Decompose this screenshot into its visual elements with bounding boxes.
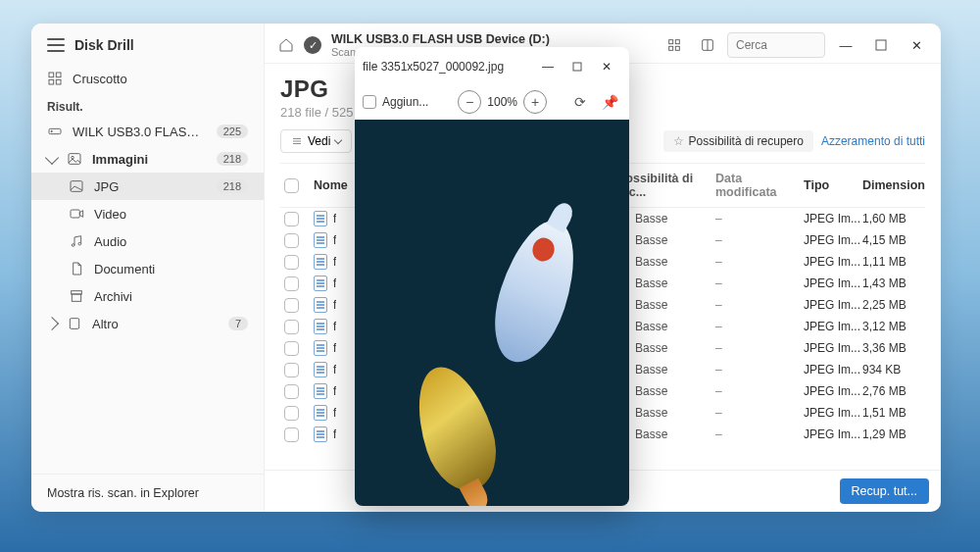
- other-icon: [67, 316, 82, 331]
- sidebar-item-device[interactable]: WILK USB3.0 FLASH USB... 225: [31, 118, 264, 145]
- audio-icon: [69, 233, 84, 249]
- row-checkbox[interactable]: [284, 255, 299, 270]
- zoom-out

-button[interactable]: −: [458, 90, 481, 114]
- list-icon: [291, 135, 303, 147]
- svg-point-5: [51, 130, 52, 131]
- svg-rect-21: [876, 40, 886, 50]
- svg-rect-6: [69, 154, 80, 165]
- file-icon: [314, 211, 327, 226]
- row-checkbox[interactable]: [284, 341, 299, 356]
- zoom-in-button[interactable]: +: [523, 90, 547, 114]
- reset-link[interactable]: Azzeramento di tutti: [821, 134, 925, 148]
- sidebar-item-documents[interactable]: Documenti: [31, 255, 264, 282]
- count-badge: 218: [217, 152, 248, 166]
- koi-fish-white: [480, 211, 589, 372]
- koi-fish-yellow: [404, 357, 509, 499]
- sidebar-item-jpg[interactable]: JPG 218: [31, 173, 264, 200]
- minimize-button[interactable]: ―: [831, 31, 860, 59]
- preview-add-label: Aggiun...: [382, 95, 452, 109]
- file-icon: [314, 427, 327, 442]
- col-date[interactable]: Data modificata: [715, 172, 804, 199]
- preview-titlebar: file 3351x5027_000092.jpg ― ✕: [355, 47, 629, 86]
- preview-toolbar: Aggiun... − 100% + ⟳ 📌: [355, 86, 629, 120]
- close-button[interactable]: ✕: [902, 31, 931, 59]
- sidebar-item-dashboard[interactable]: Cruscotto: [31, 65, 264, 92]
- show-in-explorer-link[interactable]: Mostra ris. scan. in Explorer: [31, 474, 264, 512]
- count-badge: 7: [228, 317, 248, 330]
- file-icon: [314, 340, 327, 356]
- sidebar-item-label: Archivi: [94, 289, 248, 304]
- svg-rect-14: [70, 319, 78, 329]
- svg-rect-2: [49, 79, 54, 84]
- col-size[interactable]: Dimensione: [862, 178, 921, 192]
- menu-icon[interactable]: [47, 38, 65, 52]
- row-checkbox[interactable]: [284, 427, 299, 442]
- sidebar-item-other[interactable]: Altro 7: [31, 310, 264, 337]
- sidebar-item-video[interactable]: Video: [31, 200, 264, 227]
- video-icon: [69, 206, 84, 222]
- col-type[interactable]: Tipo: [804, 178, 862, 192]
- row-checkbox[interactable]: [284, 276, 299, 291]
- row-checkbox[interactable]: [284, 212, 299, 226]
- drive-icon: [47, 124, 63, 139]
- svg-rect-13: [72, 294, 80, 301]
- view-button[interactable]: Vedi: [280, 129, 352, 153]
- sidebar-item-label: Documenti: [94, 262, 248, 276]
- col-recov[interactable]: Possibilità di rec...: [617, 172, 715, 199]
- file-icon: [314, 254, 327, 270]
- sidebar-item-archives[interactable]: Archivi: [31, 282, 264, 310]
- svg-point-11: [78, 242, 81, 245]
- split-view-icon[interactable]: [694, 31, 721, 59]
- row-checkbox[interactable]: [284, 384, 299, 399]
- device-name: WILK USB3.0 FLASH USB Device (D:): [331, 32, 655, 46]
- preview-title: file 3351x5027_000092.jpg: [363, 60, 533, 74]
- select-all-checkbox[interactable]: [284, 178, 299, 193]
- archive-icon: [69, 288, 84, 304]
- file-icon: [314, 383, 327, 399]
- preview-minimize-button[interactable]: ―: [533, 53, 563, 80]
- recovery-filter[interactable]: ☆ Possibilità di recupero: [663, 130, 813, 152]
- preview-add-checkbox[interactable]: [363, 95, 376, 109]
- count-badge: 218: [217, 179, 248, 193]
- svg-rect-17: [669, 46, 673, 50]
- app-header: Disk Drill: [31, 37, 264, 65]
- svg-rect-15: [669, 40, 673, 44]
- rotate-icon[interactable]: ⟳: [568, 90, 592, 114]
- svg-rect-18: [675, 46, 679, 50]
- home-icon[interactable]: [274, 33, 298, 57]
- row-checkbox[interactable]: [284, 363, 299, 377]
- pin-icon[interactable]: 📌: [598, 90, 621, 114]
- sidebar-item-label: Immagini: [92, 152, 207, 167]
- sidebar-item-label: WILK USB3.0 FLASH USB...: [73, 125, 207, 139]
- svg-rect-3: [56, 79, 61, 84]
- preview-close-button[interactable]: ✕: [592, 53, 621, 80]
- row-checkbox[interactable]: [284, 233, 299, 248]
- image-icon: [67, 151, 82, 167]
- svg-rect-9: [71, 210, 79, 218]
- chevron-down-icon: [334, 135, 342, 143]
- view-button-label: Vedi: [308, 134, 330, 148]
- sidebar-item-label: Altro: [92, 317, 219, 331]
- maximize-button[interactable]: [866, 31, 896, 59]
- recover-button[interactable]: Recup. tut...: [840, 478, 929, 504]
- sidebar-item-images[interactable]: Immagini 218: [31, 145, 264, 173]
- app-title: Disk Drill: [74, 37, 134, 53]
- preview-image: [355, 120, 629, 506]
- status-check-icon: ✓: [304, 36, 321, 54]
- svg-rect-16: [675, 40, 679, 44]
- row-checkbox[interactable]: [284, 298, 299, 313]
- file-icon: [314, 232, 327, 248]
- file-icon: [314, 297, 327, 313]
- search-input[interactable]: [727, 32, 825, 58]
- row-checkbox[interactable]: [284, 406, 299, 421]
- file-icon: [314, 319, 327, 334]
- sidebar-item-audio[interactable]: Audio: [31, 227, 264, 255]
- file-icon: [314, 276, 327, 291]
- file-icon: [314, 405, 327, 421]
- row-checkbox[interactable]: [284, 320, 299, 334]
- grid-view-icon[interactable]: [661, 31, 688, 59]
- preview-maximize-button[interactable]: [563, 53, 592, 80]
- image-icon: [69, 178, 84, 194]
- svg-rect-25: [573, 63, 581, 71]
- chevron-right-icon: [45, 317, 59, 330]
